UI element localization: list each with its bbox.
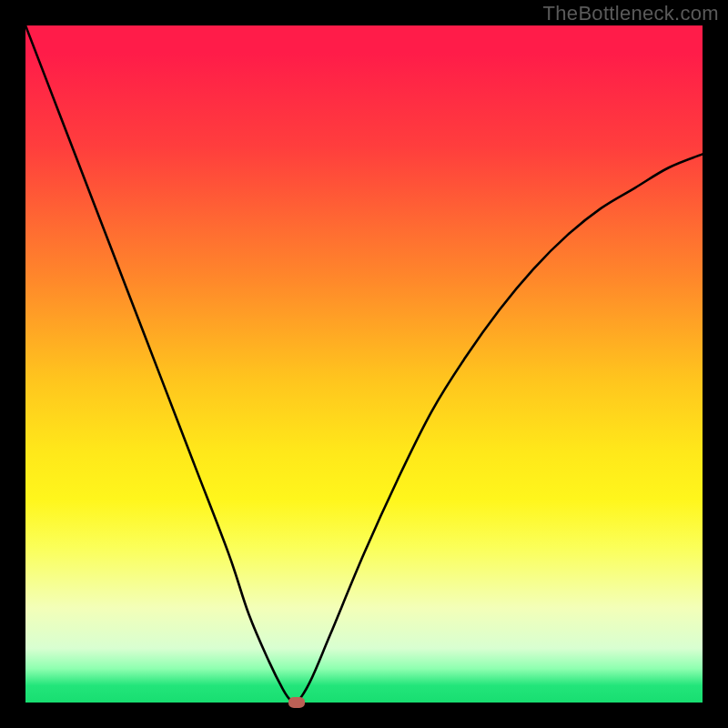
optimal-point-marker (288, 697, 305, 708)
chart-frame: TheBottleneck.com (0, 0, 728, 728)
bottleneck-curve (25, 25, 703, 703)
plot-area (25, 25, 703, 703)
watermark-text: TheBottleneck.com (543, 2, 719, 25)
